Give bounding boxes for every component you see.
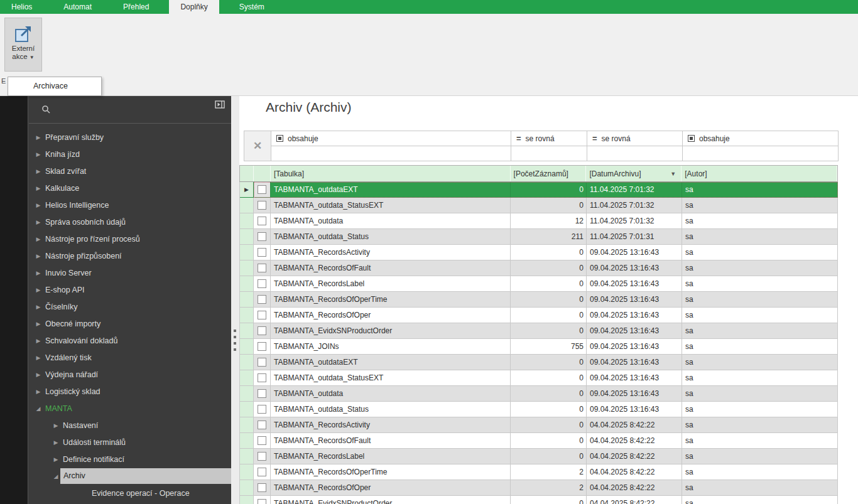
- cell-pocet-zaznamu[interactable]: 0: [511, 386, 587, 402]
- tree-collapsed-icon[interactable]: ▶: [52, 439, 60, 446]
- cell-pocet-zaznamu[interactable]: 211: [511, 229, 587, 245]
- tree-item-kniha-j-zd[interactable]: ▶Kniha jízd: [29, 146, 231, 163]
- cell-tabulka[interactable]: TABMANTA_RecordsOfOperTime: [271, 292, 511, 308]
- row-checkbox[interactable]: [258, 217, 266, 225]
- tree-expanded-icon[interactable]: ◢: [34, 405, 43, 412]
- tree-item-vzd-len-tisk[interactable]: ▶Vzdálený tisk: [29, 349, 231, 366]
- table-row[interactable]: TABMANTA_RecordsOfOper204.04.2025 8:42:2…: [240, 480, 838, 496]
- cell-datum-archivu[interactable]: 09.04.2025 13:16:43: [587, 370, 682, 386]
- cell-datum-archivu[interactable]: 04.04.2025 8:42:22: [587, 449, 682, 464]
- table-row[interactable]: TABMANTA_outdata_Status21111.04.2025 7:0…: [240, 229, 838, 245]
- cell-autor[interactable]: sa: [682, 339, 838, 355]
- tree-collapsed-icon[interactable]: ▶: [34, 321, 43, 327]
- cell-autor[interactable]: sa: [682, 308, 838, 323]
- tree-collapsed-icon[interactable]: ▶: [52, 422, 60, 429]
- tree-collapsed-icon[interactable]: ▶: [52, 456, 60, 463]
- tree-item-definice-notifikac-[interactable]: ▶Definice notifikací: [29, 451, 231, 468]
- cell-tabulka[interactable]: TABMANTA_RecordsOfOperTime: [271, 464, 511, 480]
- cell-tabulka[interactable]: TABMANTA_outdata_StatusEXT: [271, 198, 511, 213]
- row-checkbox[interactable]: [258, 279, 266, 288]
- tree-item-nastaven-[interactable]: ▶Nastavení: [29, 417, 231, 434]
- filter-value-input-1[interactable]: [511, 146, 587, 161]
- tree-collapsed-icon[interactable]: ▶: [34, 389, 43, 395]
- cell-datum-archivu[interactable]: 04.04.2025 8:42:22: [587, 417, 682, 433]
- cell-autor[interactable]: sa: [682, 496, 838, 504]
- cell-tabulka[interactable]: TABMANTA_RecordsLabel: [271, 276, 511, 292]
- row-checkbox[interactable]: [258, 201, 266, 210]
- cell-tabulka[interactable]: TABMANTA_outdata: [271, 386, 511, 402]
- row-checkbox[interactable]: [258, 295, 266, 304]
- tree-item-logistick-sklad[interactable]: ▶Logistický sklad: [29, 383, 231, 400]
- table-row[interactable]: TABMANTA_outdata_Status009.04.2025 13:16…: [240, 402, 838, 417]
- table-row[interactable]: TABMANTA_outdata_StatusEXT009.04.2025 13…: [240, 370, 838, 386]
- cell-autor[interactable]: sa: [682, 386, 838, 402]
- cell-pocet-zaznamu[interactable]: 0: [511, 245, 587, 260]
- cell-autor[interactable]: sa: [682, 198, 838, 213]
- row-checkbox[interactable]: [258, 499, 266, 504]
- cell-datum-archivu[interactable]: 09.04.2025 13:16:43: [587, 355, 682, 370]
- tree-item-kalkulace[interactable]: ▶Kalkulace: [29, 180, 231, 196]
- tree-item-ud-losti-termin-l-[interactable]: ▶Události terminálů: [29, 434, 231, 451]
- tree-item-schvalov-n-doklad-[interactable]: ▶Schvalování dokladů: [29, 332, 231, 349]
- cell-pocet-zaznamu[interactable]: 0: [511, 323, 587, 339]
- cell-pocet-zaznamu[interactable]: 2: [511, 464, 587, 480]
- menu-tab-automat[interactable]: Automat: [52, 0, 103, 14]
- table-row[interactable]: TABMANTA_RecordsOfOper009.04.2025 13:16:…: [240, 308, 838, 323]
- cell-datum-archivu[interactable]: 11.04.2025 7:01:32: [587, 182, 682, 198]
- tree-collapsed-icon[interactable]: ▶: [34, 168, 43, 174]
- row-checkbox[interactable]: [258, 342, 266, 351]
- cell-tabulka[interactable]: TABMANTA_outdataEXT: [271, 355, 511, 370]
- column-header-1[interactable]: [PočetZáznamů]: [511, 166, 587, 181]
- cell-autor[interactable]: sa: [682, 229, 838, 245]
- cell-pocet-zaznamu[interactable]: 0: [511, 417, 587, 433]
- tree-collapsed-icon[interactable]: ▶: [34, 270, 43, 276]
- cell-autor[interactable]: sa: [682, 480, 838, 496]
- cell-pocet-zaznamu[interactable]: 0: [511, 402, 587, 417]
- filter-operator-3[interactable]: obsahuje: [683, 131, 838, 146]
- cell-tabulka[interactable]: TABMANTA_outdata_Status: [271, 402, 511, 417]
- cell-pocet-zaznamu[interactable]: 0: [511, 260, 587, 276]
- cell-autor[interactable]: sa: [682, 402, 838, 417]
- cell-pocet-zaznamu[interactable]: 12: [511, 213, 587, 229]
- row-checkbox[interactable]: [258, 311, 266, 319]
- cell-datum-archivu[interactable]: 11.04.2025 7:01:32: [587, 213, 682, 229]
- row-checkbox[interactable]: [258, 436, 266, 445]
- row-checkbox[interactable]: [258, 373, 266, 382]
- cell-autor[interactable]: sa: [682, 323, 838, 339]
- cell-tabulka[interactable]: TABMANTA_outdataEXT: [271, 182, 511, 198]
- row-checkbox[interactable]: [258, 326, 266, 335]
- cell-pocet-zaznamu[interactable]: 0: [511, 276, 587, 292]
- menu-tab-systém[interactable]: Systém: [228, 0, 276, 14]
- cell-datum-archivu[interactable]: 09.04.2025 13:16:43: [587, 245, 682, 260]
- cell-datum-archivu[interactable]: 04.04.2025 8:42:22: [587, 433, 682, 449]
- table-row[interactable]: TABMANTA_RecordsActivity009.04.2025 13:1…: [240, 245, 838, 260]
- tree-collapsed-icon[interactable]: ▶: [34, 355, 43, 361]
- tree-item-v-dejna-n-ad-[interactable]: ▶Výdejna nářadí: [29, 366, 231, 383]
- row-checkbox[interactable]: [258, 248, 266, 257]
- tree-item-n-stroje-pro-zen-proces-[interactable]: ▶Nástroje pro řízení procesů: [29, 230, 231, 247]
- cell-tabulka[interactable]: TABMANTA_outdata_StatusEXT: [271, 370, 511, 386]
- filter-value-input-0[interactable]: [271, 146, 511, 161]
- tree-collapsed-icon[interactable]: ▶: [34, 202, 43, 208]
- row-checkbox[interactable]: [258, 405, 266, 414]
- tree-item-obecn-importy[interactable]: ▶Obecné importy: [29, 315, 231, 332]
- filter-value-input-3[interactable]: [683, 146, 838, 161]
- table-row[interactable]: TABMANTA_RecordsOfFault009.04.2025 13:16…: [240, 260, 838, 276]
- cell-autor[interactable]: sa: [682, 433, 838, 449]
- tree-item-sn-mky-pracovi-t-[interactable]: Snímky pracoviště: [29, 501, 231, 504]
- table-row[interactable]: TABMANTA_outdataEXT009.04.2025 13:16:43s…: [240, 355, 838, 370]
- cell-tabulka[interactable]: TABMANTA_EvidxSNProductOrder: [271, 323, 511, 339]
- row-checkbox[interactable]: [258, 452, 266, 461]
- cell-pocet-zaznamu[interactable]: 755: [511, 339, 587, 355]
- table-row[interactable]: TABMANTA_outdata009.04.2025 13:16:43sa: [240, 386, 838, 402]
- row-checkbox[interactable]: [258, 483, 266, 492]
- column-header-3[interactable]: [Autor]: [682, 166, 837, 181]
- table-row[interactable]: TABMANTA_RecordsOfOperTime009.04.2025 13…: [240, 292, 838, 308]
- filter-operator-2[interactable]: =se rovná: [587, 131, 682, 146]
- row-checkbox[interactable]: [258, 468, 266, 476]
- cell-datum-archivu[interactable]: 09.04.2025 13:16:43: [587, 292, 682, 308]
- cell-datum-archivu[interactable]: 09.04.2025 13:16:43: [587, 386, 682, 402]
- clear-filter-button[interactable]: ✕: [244, 131, 271, 161]
- cell-tabulka[interactable]: TABMANTA_RecordsOfOper: [271, 308, 511, 323]
- table-row[interactable]: TABMANTA_EvidxSNProductOrder004.04.2025 …: [240, 496, 838, 504]
